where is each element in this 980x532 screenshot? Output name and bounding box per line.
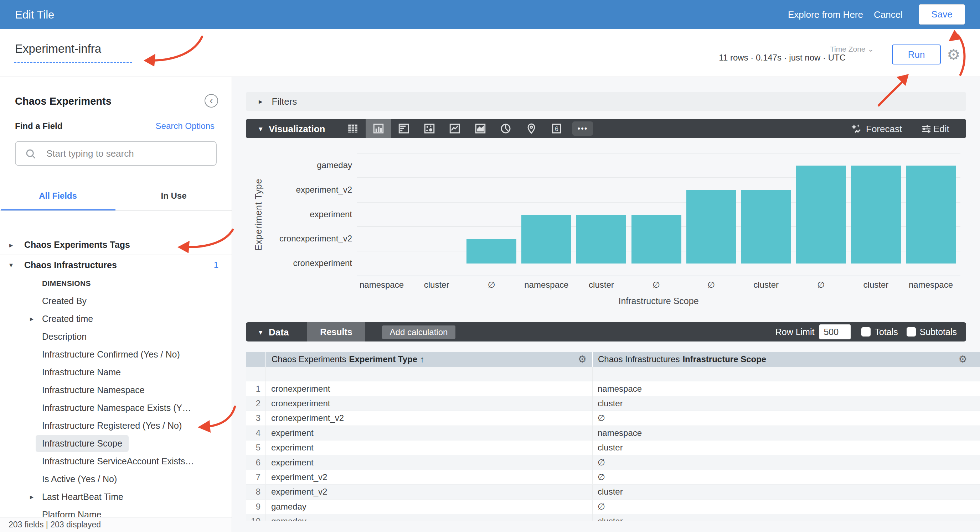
caret-down-icon[interactable]: ▾: [259, 328, 262, 337]
more-viz-icon[interactable]: •••: [572, 121, 593, 136]
expand-caret-icon[interactable]: ▸: [9, 241, 16, 249]
expand-caret-icon[interactable]: ▸: [30, 492, 37, 501]
chart-bar[interactable]: [632, 215, 681, 264]
edit-viz-button[interactable]: Edit: [933, 124, 949, 135]
cell-infrastructure-scope[interactable]: ∅: [592, 500, 980, 514]
map-chart-icon[interactable]: [525, 122, 538, 135]
table-row[interactable]: 9 gameday ∅: [246, 500, 980, 514]
field-tree-item[interactable]: Infrastructure Registered (Yes / No): [0, 417, 232, 434]
totals-checkbox[interactable]: [861, 327, 870, 337]
chart-bar[interactable]: [576, 215, 626, 264]
field-search-box[interactable]: [15, 141, 217, 166]
field-tree-item[interactable]: Infrastructure Scope: [0, 434, 232, 452]
table-row[interactable]: 7 experiment_v2 ∅: [246, 470, 980, 484]
field-tree-item[interactable]: ▾ Chaos Infrastructures 1: [0, 255, 232, 275]
expand-caret-icon[interactable]: ▸: [30, 314, 37, 323]
explore-from-here-button[interactable]: Explore from Here: [788, 9, 863, 20]
field-tree-item[interactable]: Infrastructure Namespace: [0, 381, 232, 399]
table-chart-icon[interactable]: [346, 122, 359, 135]
results-tab[interactable]: Results: [307, 322, 365, 341]
cell-infrastructure-scope[interactable]: cluster: [592, 396, 980, 411]
cell-infrastructure-scope[interactable]: ∅: [592, 411, 980, 425]
field-tree-item[interactable]: Infrastructure Namespace Exists (Y…: [0, 399, 232, 417]
caret-down-icon[interactable]: ▾: [259, 125, 262, 133]
collapse-sidebar-icon[interactable]: ‹: [205, 94, 218, 108]
run-button[interactable]: Run: [892, 44, 941, 64]
bar-chart-icon[interactable]: [397, 122, 410, 135]
gear-icon[interactable]: ⚙: [947, 46, 960, 64]
filters-section-header[interactable]: ▸ Filters: [246, 92, 966, 111]
cell-infrastructure-scope[interactable]: namespace: [592, 381, 980, 395]
add-calculation-button[interactable]: Add calculation: [382, 326, 455, 339]
field-tree-item[interactable]: ▸ Created time: [0, 310, 232, 327]
cell-experiment-type[interactable]: gameday: [266, 500, 592, 514]
table-row[interactable]: 6 experiment ∅: [246, 455, 980, 470]
tile-title-input[interactable]: Experiment-infra: [15, 42, 101, 56]
cell-infrastructure-scope[interactable]: ∅: [592, 455, 980, 469]
cell-infrastructure-scope[interactable]: namespace: [592, 426, 980, 440]
expand-caret-icon[interactable]: ▾: [9, 260, 16, 269]
field-tree-item[interactable]: Infrastructure Name: [0, 363, 232, 381]
chart-bar[interactable]: [466, 239, 516, 264]
cell-experiment-type[interactable]: cronexperiment: [266, 381, 592, 395]
cell-infrastructure-scope[interactable]: cluster: [592, 484, 980, 499]
column-gear-icon[interactable]: ⚙: [578, 354, 587, 365]
cell-experiment-type[interactable]: experiment_v2: [266, 470, 592, 484]
chart-bar[interactable]: [686, 190, 736, 264]
cell-experiment-type[interactable]: experiment: [266, 455, 592, 469]
field-tree-item[interactable]: Description: [0, 327, 232, 345]
cell-experiment-type[interactable]: experiment: [266, 440, 592, 455]
column-gear-icon[interactable]: ⚙: [959, 354, 967, 365]
field-tree-item[interactable]: Is Active (Yes / No): [0, 470, 232, 488]
table-row[interactable]: 4 experiment namespace: [246, 426, 980, 440]
table-row[interactable]: 10 gameday cluster: [246, 514, 980, 521]
cell-experiment-type[interactable]: experiment: [266, 426, 592, 440]
chart-bar[interactable]: [851, 165, 901, 264]
chart-bar[interactable]: [741, 190, 791, 264]
cell-infrastructure-scope[interactable]: cluster: [592, 514, 980, 521]
table-row[interactable]: 5 experiment cluster: [246, 440, 980, 455]
cell-experiment-type[interactable]: gameday: [266, 514, 592, 521]
table-row[interactable]: 8 experiment_v2 cluster: [246, 484, 980, 499]
cell-infrastructure-scope[interactable]: [592, 367, 980, 381]
cell-infrastructure-scope[interactable]: cluster: [592, 440, 980, 455]
table-row[interactable]: 3 cronexperiment_v2 ∅: [246, 411, 980, 426]
cell-experiment-type[interactable]: cronexperiment: [266, 396, 592, 411]
column-header-infrastructure-scope[interactable]: Chaos Infrastructures Infrastructure Sco…: [592, 352, 980, 367]
row-limit-input[interactable]: [819, 324, 851, 339]
cell-experiment-type[interactable]: experiment_v2: [266, 484, 592, 499]
area-chart-icon[interactable]: [474, 122, 487, 135]
field-tree-item[interactable]: [0, 217, 232, 235]
subtotals-checkbox[interactable]: [907, 327, 916, 337]
cancel-button[interactable]: Cancel: [874, 9, 903, 20]
pie-chart-icon[interactable]: [499, 122, 512, 135]
field-tree-item[interactable]: Created By: [0, 292, 232, 310]
sort-ascending-icon[interactable]: ↑: [420, 354, 425, 364]
field-tree-item[interactable]: Infrastructure Confirmed (Yes / No): [0, 345, 232, 363]
forecast-button[interactable]: Forecast: [866, 124, 902, 135]
field-tree-item[interactable]: ▸ Chaos Experiments Tags: [0, 235, 232, 255]
table-row[interactable]: 2 cronexperiment cluster: [246, 396, 980, 411]
timezone-selector[interactable]: Time Zone ⌄: [830, 45, 874, 53]
tab-in-use[interactable]: In Use: [116, 191, 232, 201]
save-button[interactable]: Save: [919, 4, 965, 25]
field-tree-item[interactable]: ▸ Last HeartBeat Time: [0, 488, 232, 506]
search-options-link[interactable]: Search Options: [156, 121, 215, 131]
cell-infrastructure-scope[interactable]: ∅: [592, 470, 980, 484]
cell-experiment-type[interactable]: cronexperiment_v2: [266, 411, 592, 425]
column-header-experiment-type[interactable]: Chaos Experiments Experiment Type ↑ ⚙: [266, 352, 592, 367]
scatter-chart-icon[interactable]: [423, 122, 436, 135]
chart-bar[interactable]: [521, 215, 571, 264]
table-row[interactable]: 1 cronexperiment namespace: [246, 381, 980, 396]
field-tree-item[interactable]: Infrastructure ServiceAccount Exists…: [0, 452, 232, 470]
column-chart-icon[interactable]: [372, 122, 385, 135]
cell-experiment-type[interactable]: [266, 367, 592, 381]
table-row[interactable]: [246, 367, 980, 381]
chart-bar[interactable]: [796, 165, 846, 264]
caret-right-icon[interactable]: ▸: [259, 97, 262, 106]
field-tree-item[interactable]: DIMENSIONS: [0, 275, 232, 292]
search-input[interactable]: [46, 142, 210, 165]
tab-all-fields[interactable]: All Fields: [0, 191, 116, 201]
single-value-icon[interactable]: 6: [550, 122, 563, 135]
line-chart-icon[interactable]: [448, 122, 461, 135]
